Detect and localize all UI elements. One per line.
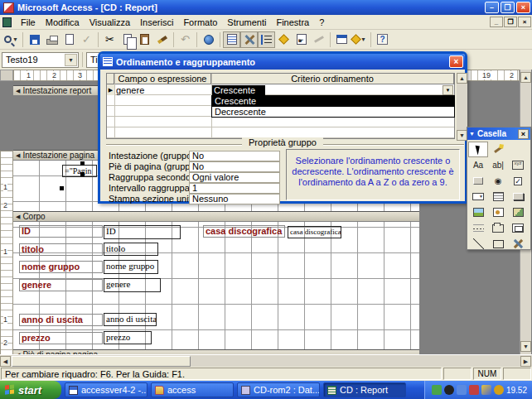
child-restore-button[interactable]: ❐ — [504, 17, 517, 27]
autoformat-button[interactable] — [275, 31, 293, 48]
scroll-down-button[interactable]: ▼ — [520, 341, 531, 352]
scroll-up-button[interactable]: ▲ — [520, 72, 531, 83]
field-textbox-id[interactable]: ID — [104, 225, 181, 239]
label-tool[interactable]: Aa — [468, 157, 488, 173]
page-break-tool[interactable] — [468, 220, 488, 236]
property-value-intestazione-gruppo[interactable]: No — [189, 151, 280, 161]
option-button-tool[interactable]: ◉ — [488, 173, 508, 189]
tray-icon-6[interactable] — [494, 385, 504, 395]
toolbox-button[interactable] — [240, 31, 258, 48]
field-cell[interactable]: genere — [116, 85, 144, 95]
criterion-cell-selected[interactable]: Crescente — [212, 85, 265, 95]
list-box-tool[interactable] — [488, 189, 508, 204]
insert-hyperlink-button[interactable] — [200, 31, 217, 48]
taskbar-button-cdrom2-database[interactable]: CD-rom2 : Dat... — [237, 382, 320, 397]
subform-subreport-tool[interactable] — [508, 220, 528, 236]
close-button[interactable]: × — [516, 2, 530, 13]
save-button[interactable] — [26, 31, 43, 48]
dialog-close-button[interactable]: × — [449, 55, 463, 68]
row-selector[interactable]: ▶ — [107, 84, 114, 95]
selection-handle[interactable] — [80, 161, 85, 166]
undo-button[interactable]: ↶ — [177, 31, 194, 48]
selection-handle[interactable] — [60, 186, 64, 190]
criterion-dropdown-button[interactable]: ▼ — [443, 85, 453, 95]
print-preview-button[interactable] — [60, 31, 78, 48]
image-tool[interactable] — [468, 204, 488, 220]
tray-icon-4[interactable] — [469, 385, 479, 395]
field-textbox-casa-discografica[interactable]: casa discografica — [288, 226, 341, 238]
field-label-anno-di-uscita[interactable]: anno di uscita — [19, 314, 103, 326]
spelling-button[interactable]: ✓ — [78, 31, 95, 48]
cut-button[interactable]: ✂ — [101, 31, 118, 48]
horizontal-scrollbar[interactable]: ◀ ▶ — [0, 354, 532, 367]
field-label-id[interactable]: ID — [19, 225, 103, 238]
field-label-prezzo[interactable]: prezzo — [19, 332, 103, 344]
field-list-button[interactable] — [223, 31, 240, 48]
tray-icon-1[interactable] — [432, 385, 442, 395]
property-value-raggruppa-secondo[interactable]: Ogni valore — [189, 172, 280, 183]
field-textbox-titolo[interactable]: titolo — [104, 243, 158, 256]
database-window-button[interactable] — [333, 31, 351, 48]
tray-icon-5[interactable] — [481, 385, 491, 395]
section-bar-detail[interactable]: ◀ Corpo — [13, 211, 419, 222]
property-value-pie-di-pagina-gruppo[interactable]: No — [189, 161, 280, 172]
help-button[interactable]: ? — [374, 31, 391, 48]
taskbar-button-accessver[interactable]: accessver4-2 -... — [65, 382, 148, 397]
line-tool[interactable] — [468, 236, 488, 252]
child-close-button[interactable]: × — [518, 17, 531, 27]
toolbox-close-button[interactable]: × — [518, 129, 529, 139]
tray-icon-3[interactable] — [457, 385, 467, 395]
report-window-icon[interactable] — [2, 17, 12, 27]
menu-visualizza[interactable]: Visualizza — [85, 16, 135, 29]
property-value-stampa-sezione-unita[interactable]: Nessuno — [189, 194, 280, 204]
scroll-left-button[interactable]: ◀ — [0, 356, 11, 367]
chevron-down-icon[interactable]: ▼ — [469, 131, 475, 137]
toolbox-titlebar[interactable]: ▼ Casella × — [467, 127, 530, 140]
sorting-grouping-button[interactable] — [258, 31, 275, 48]
minimize-button[interactable]: – — [485, 2, 499, 13]
properties-button[interactable] — [293, 31, 310, 48]
menu-inserisci[interactable]: Inserisci — [135, 16, 178, 29]
page-number-textbox[interactable]: ="Pagin — [62, 165, 97, 177]
view-report-button[interactable]: ▼ — [2, 31, 20, 48]
build-button[interactable] — [310, 31, 327, 48]
combo-dropdown-arrow[interactable]: ▼ — [65, 54, 77, 66]
menu-finestra[interactable]: Finestra — [271, 16, 314, 29]
dropdown-option-crescente[interactable]: Crescente — [212, 96, 454, 107]
tab-control-tool[interactable] — [488, 220, 508, 236]
field-label-titolo[interactable]: titolo — [19, 243, 103, 256]
bound-object-frame-tool[interactable] — [508, 204, 528, 220]
field-label-genere[interactable]: genere — [19, 279, 103, 291]
text-box-tool[interactable]: ab| — [488, 157, 508, 173]
menu-modifica[interactable]: Modifica — [41, 16, 85, 29]
field-textbox-nome-gruppo[interactable]: nome gruppo — [104, 260, 158, 274]
menu-strumenti[interactable]: Strumenti — [222, 16, 271, 29]
menu-file[interactable]: File — [16, 16, 41, 29]
field-label-casa-discografica[interactable]: casa discografica — [203, 225, 285, 238]
scrollbar-thumb[interactable] — [12, 356, 191, 367]
menu-formato[interactable]: Formato — [178, 16, 222, 29]
object-selector-combo[interactable]: Testo19 ▼ — [2, 52, 79, 68]
field-textbox-anno-di-uscita[interactable]: anno di uscita — [104, 313, 157, 326]
menu-help[interactable]: ? — [314, 16, 329, 29]
paste-button[interactable] — [136, 31, 153, 48]
property-value-intervallo-raggruppam[interactable]: 1 — [189, 183, 280, 194]
tray-icon-2[interactable] — [444, 385, 454, 395]
scroll-right-button[interactable]: ▶ — [520, 356, 531, 367]
print-button[interactable] — [43, 31, 60, 48]
unbound-object-frame-tool[interactable] — [488, 204, 508, 220]
command-button-tool[interactable] — [508, 189, 528, 204]
select-pointer-tool[interactable] — [468, 142, 488, 157]
rectangle-tool[interactable] — [488, 236, 508, 252]
view-dropdown-arrow[interactable]: ▼ — [12, 36, 18, 42]
more-controls-tool[interactable] — [508, 236, 528, 252]
scroll-up-button[interactable]: ▲ — [457, 73, 467, 84]
child-minimize-button[interactable]: _ — [490, 17, 503, 27]
dropdown-option-decrescente[interactable]: Decrescente — [212, 107, 454, 118]
combo-box-tool[interactable] — [468, 189, 488, 204]
option-group-tool[interactable]: xyz — [508, 157, 528, 173]
format-painter-button[interactable] — [153, 31, 171, 48]
restore-button[interactable]: ❐ — [501, 2, 515, 13]
toggle-button-tool[interactable] — [468, 173, 488, 189]
field-textbox-prezzo[interactable]: prezzo — [104, 331, 152, 344]
